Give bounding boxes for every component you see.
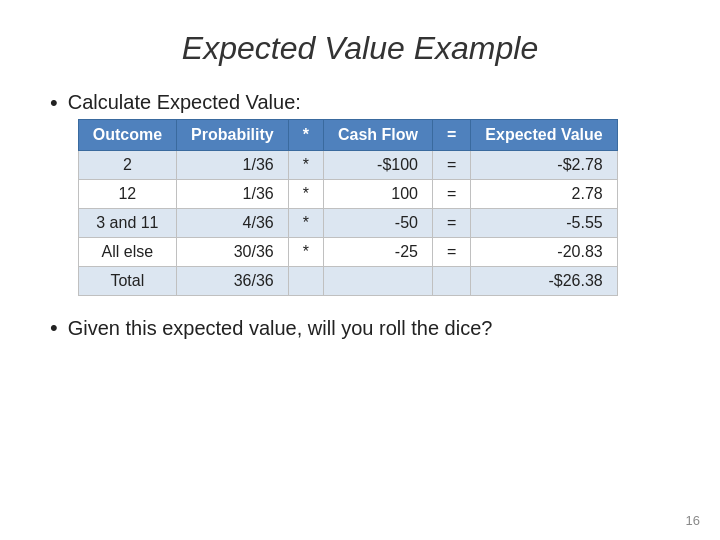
table-row: All else30/36*-25=-20.83 xyxy=(78,238,617,267)
bullet-section: • Calculate Expected Value: Outcome Prob… xyxy=(50,89,670,343)
table-row: 3 and 114/36*-50=-5.55 xyxy=(78,209,617,238)
page-title: Expected Value Example xyxy=(50,30,670,67)
slide: Expected Value Example • Calculate Expec… xyxy=(0,0,720,540)
table-row: Total36/36-$26.38 xyxy=(78,267,617,296)
table-row: 21/36*-$100=-$2.78 xyxy=(78,151,617,180)
bullet-2-text: Given this expected value, will you roll… xyxy=(68,314,493,342)
table-header-row: Outcome Probability * Cash Flow = Expect… xyxy=(78,120,617,151)
page-number: 16 xyxy=(686,513,700,528)
header-outcome: Outcome xyxy=(78,120,176,151)
header-star: * xyxy=(288,120,323,151)
table-row: 121/36*100=2.78 xyxy=(78,180,617,209)
header-ev: Expected Value xyxy=(471,120,617,151)
header-cashflow: Cash Flow xyxy=(323,120,432,151)
header-eq: = xyxy=(432,120,470,151)
bullet-dot-1: • xyxy=(50,89,58,118)
bullet-1: • Calculate Expected Value: Outcome Prob… xyxy=(50,89,670,296)
bullet-dot-2: • xyxy=(50,314,58,343)
header-probability: Probability xyxy=(177,120,289,151)
expected-value-table: Outcome Probability * Cash Flow = Expect… xyxy=(78,119,618,296)
bullet-2: • Given this expected value, will you ro… xyxy=(50,314,670,343)
expected-value-table-container: Outcome Probability * Cash Flow = Expect… xyxy=(78,119,618,296)
bullet-1-text: Calculate Expected Value: xyxy=(68,91,301,113)
